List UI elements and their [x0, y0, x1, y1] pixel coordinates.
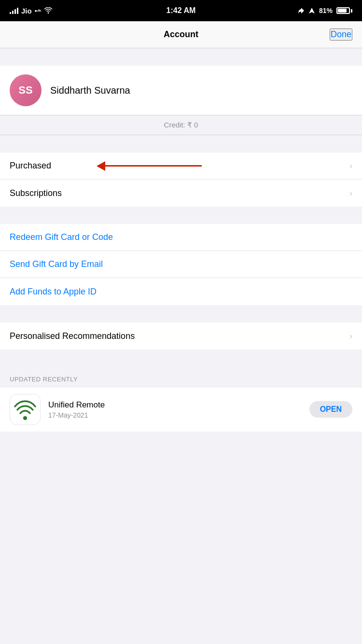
- gift-section: Redeem Gift Card or Code Send Gift Card …: [0, 224, 362, 305]
- location-icon: [298, 7, 305, 14]
- profile-section: SS Siddharth Suvarna: [0, 66, 362, 115]
- add-funds-label: Add Funds to Apple ID: [10, 287, 97, 297]
- svg-point-0: [47, 13, 48, 14]
- credit-text: Credit: ₹ 0: [164, 121, 198, 129]
- app-name: Unified Remote: [48, 400, 302, 410]
- send-gift-card-item[interactable]: Send Gift Card by Email: [0, 251, 362, 278]
- subscriptions-label: Subscriptions: [10, 188, 62, 198]
- signal-icon: [10, 7, 18, 14]
- send-gift-card-label: Send Gift Card by Email: [10, 259, 103, 269]
- page-title: Account: [164, 29, 198, 40]
- wifi-icon-svg: [44, 7, 53, 14]
- section-gap-2: [0, 207, 362, 224]
- annotation-arrow: [97, 161, 202, 171]
- purchased-item[interactable]: Purchased ›: [0, 153, 362, 180]
- section-gap-1: [0, 135, 362, 153]
- section-gap-3: [0, 305, 362, 322]
- app-date: 17-May-2021: [48, 411, 302, 419]
- status-right: 81%: [298, 7, 352, 14]
- chevron-icon: ›: [349, 161, 352, 171]
- wifi-icon: ▪𝄐: [35, 7, 41, 15]
- personalised-recommendations-label: Personalised Recommendations: [10, 331, 135, 341]
- updated-recently-header: UPDATED RECENTLY: [0, 367, 362, 387]
- profile-name: Siddharth Suvarna: [50, 85, 130, 96]
- navigation-icon: [308, 7, 315, 14]
- purchased-label: Purchased: [10, 161, 51, 171]
- open-button[interactable]: OPEN: [309, 401, 352, 418]
- add-funds-item[interactable]: Add Funds to Apple ID: [0, 278, 362, 305]
- credit-row: Credit: ₹ 0: [0, 115, 362, 135]
- app-info: Unified Remote 17-May-2021: [48, 400, 302, 419]
- unified-remote-app-row: Unified Remote 17-May-2021 OPEN: [0, 387, 362, 432]
- battery-icon: [336, 7, 352, 14]
- redeem-gift-card-item[interactable]: Redeem Gift Card or Code: [0, 224, 362, 251]
- unified-remote-icon-svg: [13, 397, 38, 422]
- done-button[interactable]: Done: [330, 28, 352, 41]
- nav-bar: Account Done: [0, 21, 362, 48]
- svg-point-3: [23, 416, 27, 420]
- purchased-subscriptions-section: Purchased › Subscriptions ›: [0, 153, 362, 207]
- avatar: SS: [10, 74, 42, 106]
- svg-marker-1: [309, 8, 315, 14]
- battery-percent: 81%: [319, 7, 333, 14]
- top-spacer: [0, 48, 362, 66]
- recommendations-section: Personalised Recommendations ›: [0, 322, 362, 350]
- section-gap-4: [0, 350, 362, 367]
- personalised-recommendations-item[interactable]: Personalised Recommendations ›: [0, 322, 362, 350]
- red-arrow: [97, 161, 202, 171]
- subscriptions-item[interactable]: Subscriptions ›: [0, 180, 362, 207]
- carrier-label: Jio: [21, 7, 32, 15]
- status-left: Jio ▪𝄐: [10, 7, 53, 15]
- status-bar: Jio ▪𝄐 1:42 AM 81%: [0, 0, 362, 21]
- redeem-gift-card-label: Redeem Gift Card or Code: [10, 232, 113, 242]
- chevron-icon: ›: [349, 188, 352, 198]
- app-icon: [10, 394, 41, 425]
- status-time: 1:42 AM: [167, 6, 196, 15]
- chevron-icon: ›: [349, 331, 352, 341]
